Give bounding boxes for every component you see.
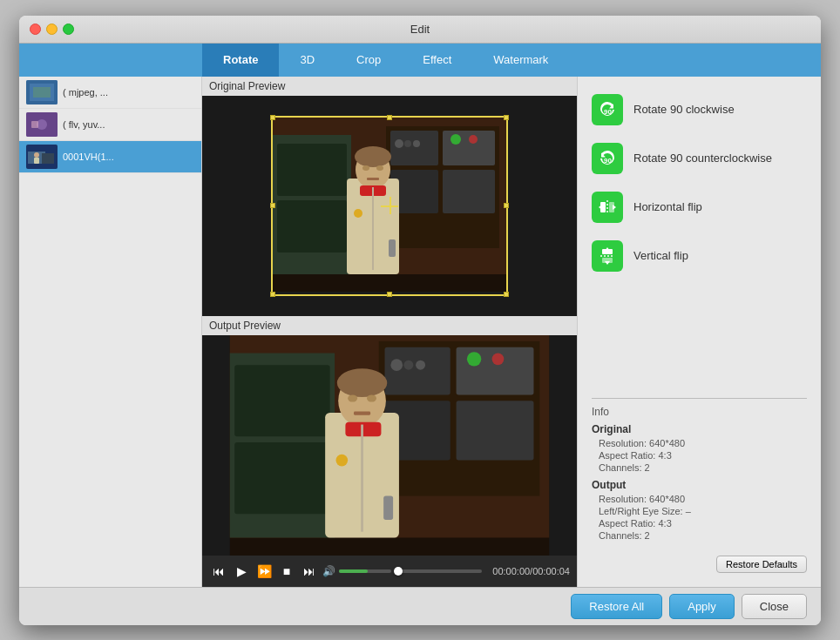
volume-slider[interactable] xyxy=(339,569,391,573)
svg-rect-25 xyxy=(277,200,347,253)
svg-rect-24 xyxy=(277,144,347,196)
sidebar-label-2: ( flv, yuv... xyxy=(63,119,105,130)
handle-ml[interactable] xyxy=(270,203,275,208)
svg-rect-50 xyxy=(234,365,329,436)
tab-bar: Rotate 3D Crop Effect Watermark xyxy=(19,44,821,77)
main-window: Edit Rotate 3D Crop Effect Watermark ( m… xyxy=(19,16,821,625)
volume-fill xyxy=(339,569,368,573)
restore-defaults-button[interactable]: Restore Defaults xyxy=(716,556,807,573)
output-section-title: Output xyxy=(592,479,807,491)
titlebar: Edit xyxy=(19,16,821,44)
info-title: Info xyxy=(592,406,807,418)
svg-rect-51 xyxy=(234,442,329,514)
svg-point-59 xyxy=(335,454,348,466)
output-video-container xyxy=(202,335,577,556)
svg-point-60 xyxy=(348,394,357,401)
svg-rect-62 xyxy=(354,411,370,414)
controls-bar: ⏮ ▶ ⏩ ■ ⏭ 🔊 00:00:00/00:00:04 xyxy=(202,556,577,587)
handle-br[interactable] xyxy=(504,292,509,297)
svg-point-34 xyxy=(362,165,369,171)
svg-point-47 xyxy=(467,352,481,366)
tab-rotate[interactable]: Rotate xyxy=(202,44,279,77)
maximize-button[interactable] xyxy=(63,24,74,35)
original-section-title: Original xyxy=(592,423,807,435)
original-video-container xyxy=(202,96,577,316)
original-aspect: Aspect Ratio: 4:3 xyxy=(592,449,807,461)
original-video-frame xyxy=(271,116,508,296)
rotate-cw-button[interactable]: 90 Rotate 90 clockwise xyxy=(592,91,807,129)
tab-3d[interactable]: 3D xyxy=(279,44,335,77)
output-channels: Channels: 2 xyxy=(592,529,807,542)
sidebar-label-3: 0001VH(1... xyxy=(63,152,114,162)
restore-all-button[interactable]: Restore All xyxy=(571,594,662,619)
handle-tm[interactable] xyxy=(387,115,392,120)
svg-point-19 xyxy=(404,140,411,147)
minimize-button[interactable] xyxy=(46,24,58,35)
svg-text:90: 90 xyxy=(604,157,612,165)
flip-h-label: Horizontal flip xyxy=(633,200,702,213)
output-scene xyxy=(202,335,577,556)
play-button[interactable]: ▶ xyxy=(232,562,251,581)
rotate-cw-label: Rotate 90 clockwise xyxy=(633,103,735,116)
original-resolution: Resolution: 640*480 xyxy=(592,437,807,449)
progress-thumb xyxy=(394,567,403,576)
close-button[interactable]: Close xyxy=(742,594,807,619)
flip-h-icon xyxy=(592,192,623,223)
apply-button[interactable]: Apply xyxy=(669,594,735,619)
sidebar-item-3[interactable]: 0001VH(1... xyxy=(19,141,201,173)
svg-point-44 xyxy=(390,359,403,371)
handle-tr[interactable] xyxy=(504,115,509,120)
content-area: ( mjpeg, ... ( flv, yuv... xyxy=(19,77,821,587)
svg-rect-40 xyxy=(385,347,450,394)
svg-point-9 xyxy=(34,152,39,158)
info-box: Info Original Resolution: 640*480 Aspect… xyxy=(592,398,807,573)
output-resolution: Resolution: 640*480 xyxy=(592,493,807,505)
svg-rect-5 xyxy=(31,121,38,128)
handle-mr[interactable] xyxy=(504,203,509,208)
skip-back-button[interactable]: ⏮ xyxy=(209,562,228,581)
rotate-ccw-label: Rotate 90 counterclockwise xyxy=(633,152,772,165)
svg-point-28 xyxy=(355,146,391,167)
handle-bm[interactable] xyxy=(387,292,392,297)
svg-point-33 xyxy=(354,209,362,218)
tab-watermark[interactable]: Watermark xyxy=(472,44,569,77)
svg-text:90: 90 xyxy=(604,108,612,116)
svg-rect-10 xyxy=(34,158,39,164)
time-display: 00:00:00/00:00:04 xyxy=(492,566,570,576)
svg-rect-17 xyxy=(443,170,495,213)
flip-h-button[interactable]: Horizontal flip xyxy=(592,188,807,226)
svg-rect-8 xyxy=(42,153,54,164)
sidebar-thumb-1 xyxy=(26,80,58,104)
skip-forward-button[interactable]: ⏭ xyxy=(300,562,319,581)
sidebar-item-2[interactable]: ( flv, yuv... xyxy=(19,109,201,141)
left-preview: Original Preview xyxy=(202,77,577,587)
handle-tl[interactable] xyxy=(270,115,275,120)
stop-button[interactable]: ■ xyxy=(277,562,296,581)
window-title: Edit xyxy=(410,23,430,36)
original-channels: Channels: 2 xyxy=(592,461,807,474)
tab-effect[interactable]: Effect xyxy=(402,44,472,77)
sidebar-thumb-2 xyxy=(26,112,58,137)
flip-v-label: Vertical flip xyxy=(633,249,688,262)
handle-bl[interactable] xyxy=(270,292,275,297)
svg-point-22 xyxy=(469,135,478,144)
right-panel: 90 Rotate 90 clockwise 90 Rotate 90 coun… xyxy=(577,77,821,587)
svg-point-18 xyxy=(395,139,403,148)
volume-icon: 🔊 xyxy=(322,565,335,577)
original-preview-label: Original Preview xyxy=(202,77,577,96)
rotate-ccw-icon: 90 xyxy=(592,143,623,174)
rotate-ccw-button[interactable]: 90 Rotate 90 counterclockwise xyxy=(592,139,807,178)
progress-bar[interactable] xyxy=(398,569,482,573)
rotate-cw-icon: 90 xyxy=(592,94,623,125)
svg-point-20 xyxy=(413,140,420,147)
sidebar-item-1[interactable]: ( mjpeg, ... xyxy=(19,77,201,109)
svg-rect-2 xyxy=(33,87,51,98)
fast-forward-button[interactable]: ⏩ xyxy=(254,562,274,581)
close-button[interactable] xyxy=(30,24,41,35)
tab-crop[interactable]: Crop xyxy=(335,44,402,77)
output-eye-size: Left/Right Eye Size: – xyxy=(592,505,807,517)
svg-point-45 xyxy=(403,360,413,369)
flip-v-button[interactable]: Vertical flip xyxy=(592,237,807,275)
svg-rect-43 xyxy=(457,401,534,460)
svg-rect-32 xyxy=(389,239,396,257)
